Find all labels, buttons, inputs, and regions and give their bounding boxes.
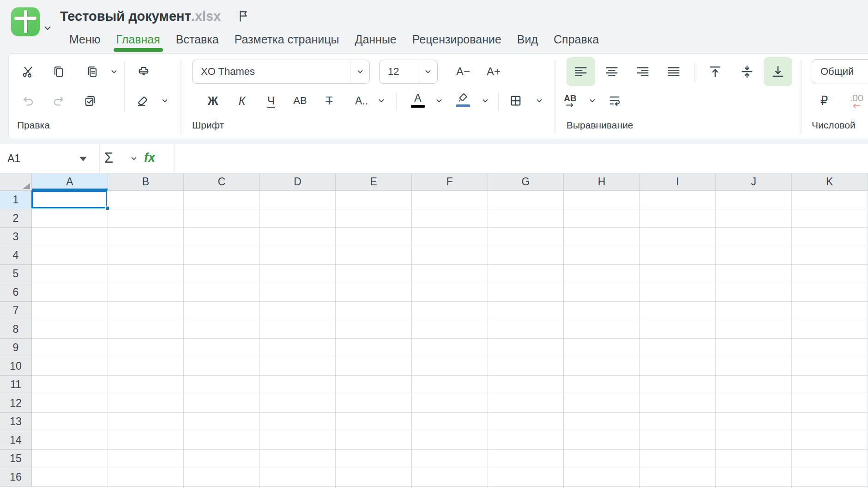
row-header-13[interactable]: 13 [0,413,32,431]
copy-button[interactable] [50,63,67,80]
column-header-g[interactable]: G [488,173,564,191]
align-center-button[interactable] [597,57,626,86]
italic-button[interactable]: К [234,92,250,109]
strikethrough-button[interactable]: Т [320,92,338,109]
increase-font-button[interactable]: A+ [483,63,504,80]
font-size-select[interactable]: 12 [379,60,438,84]
tab-help[interactable]: Справка [554,32,599,47]
row-header-9[interactable]: 9 [0,339,32,357]
underline-button[interactable]: Ч [263,92,279,109]
font-family-chevron-icon[interactable] [350,60,369,83]
row-header-12[interactable]: 12 [0,394,32,413]
document-title: Тестовый документ [60,9,191,24]
column-header-h[interactable]: H [564,173,640,191]
decrease-font-button[interactable]: A− [453,63,473,80]
group-label-alignment: Выравнивание [567,120,633,131]
fill-color-chevron-icon[interactable] [481,96,490,105]
tab-review[interactable]: Рецензирование [412,32,501,47]
logo-menu-chevron-icon[interactable] [42,23,53,35]
more-text-format-button[interactable]: А.. [350,92,374,109]
font-color-button[interactable]: А [409,92,427,111]
row-header-4[interactable]: 4 [0,246,32,265]
borders-button[interactable] [507,92,524,109]
align-top-button[interactable] [701,57,729,86]
column-header-b[interactable]: B [108,173,184,191]
row-header-5[interactable]: 5 [0,265,32,283]
column-header-f[interactable]: F [412,173,488,191]
column-header-d[interactable]: D [260,173,336,191]
sum-chevron-icon[interactable] [129,154,139,163]
undo-button[interactable] [20,92,36,109]
bold-button[interactable]: Ж [205,92,221,109]
fill-handle[interactable] [105,206,110,211]
align-right-button[interactable] [628,57,657,86]
formula-input[interactable] [181,144,868,173]
fill-color-button[interactable] [454,92,472,111]
group-label-edit: Правка [17,120,50,131]
select-all-corner[interactable] [0,173,32,191]
tab-insert[interactable]: Вставка [176,32,219,47]
wrap-text-button[interactable] [606,92,623,109]
flag-icon[interactable] [236,8,250,25]
sum-button[interactable]: Σ [104,144,113,173]
font-size-chevron-icon[interactable] [418,60,437,83]
row-header-2[interactable]: 2 [0,209,32,228]
name-box-chevron-icon[interactable] [79,157,87,161]
insert-function-button[interactable]: fx [144,144,155,173]
row-header-14[interactable]: 14 [0,431,32,450]
borders-chevron-icon[interactable] [535,96,544,105]
redo-button[interactable] [50,92,67,109]
decrease-decimal-button[interactable]: .00 [844,90,868,112]
tab-page-layout[interactable]: Разметка страницы [235,32,339,47]
row-header-3[interactable]: 3 [0,228,32,246]
eraser-options-chevron-icon[interactable] [160,96,169,105]
column-header-e[interactable]: E [336,173,412,191]
app-logo[interactable] [11,7,40,36]
group-label-font: Шрифт [192,120,224,131]
align-justify-button[interactable] [659,57,688,86]
row-header-1[interactable]: 1 [0,191,32,209]
format-painter-button[interactable] [135,63,152,80]
align-middle-button[interactable] [733,57,761,86]
column-header-c[interactable]: C [184,173,260,191]
tab-view[interactable]: Вид [517,32,538,47]
corner-triangle-icon [23,183,30,189]
currency-format-button[interactable]: ₽ [816,92,832,109]
column-header-j[interactable]: J [716,173,792,191]
selected-cell-a1[interactable] [31,190,107,208]
select-button[interactable] [82,92,98,109]
column-header-k[interactable]: K [792,173,868,191]
document-extension: .xlsx [191,9,221,24]
decrease-decimal-arrow-icon [852,103,861,109]
column-header-a[interactable]: A [32,173,108,191]
number-format-select[interactable]: Общий [812,59,868,84]
font-family-select[interactable]: XO Thames [192,60,370,84]
row-header-7[interactable]: 7 [0,302,32,320]
name-box[interactable]: A1 [7,144,20,173]
row-header-10[interactable]: 10 [0,357,32,376]
paste-options-chevron-icon[interactable] [109,67,119,76]
align-left-button[interactable] [567,57,595,86]
align-bottom-button[interactable] [764,57,792,86]
row-header-15[interactable]: 15 [0,450,32,468]
text-orientation-chevron-icon[interactable] [588,96,597,105]
text-orientation-button[interactable]: AB [559,91,581,110]
eraser-button[interactable] [134,92,151,109]
uppercase-button[interactable]: АВ [288,92,313,109]
row-header-6[interactable]: 6 [0,283,32,302]
more-text-format-chevron-icon[interactable] [377,96,386,105]
column-header-i[interactable]: I [640,173,716,191]
paste-button[interactable] [84,63,101,80]
font-subdivider-2 [498,92,499,111]
cut-button[interactable] [20,63,36,80]
cells-area[interactable] [32,191,868,488]
row-header-11[interactable]: 11 [0,376,32,394]
tab-menu[interactable]: Меню [69,32,101,47]
column-headers: A B C D E F G H I J K [32,173,868,191]
tab-data[interactable]: Данные [355,32,396,47]
font-color-swatch [411,105,425,108]
row-header-8[interactable]: 8 [0,320,32,339]
row-header-16[interactable]: 16 [0,468,32,487]
tab-home[interactable]: Главная [116,32,160,47]
font-color-chevron-icon[interactable] [434,96,444,105]
